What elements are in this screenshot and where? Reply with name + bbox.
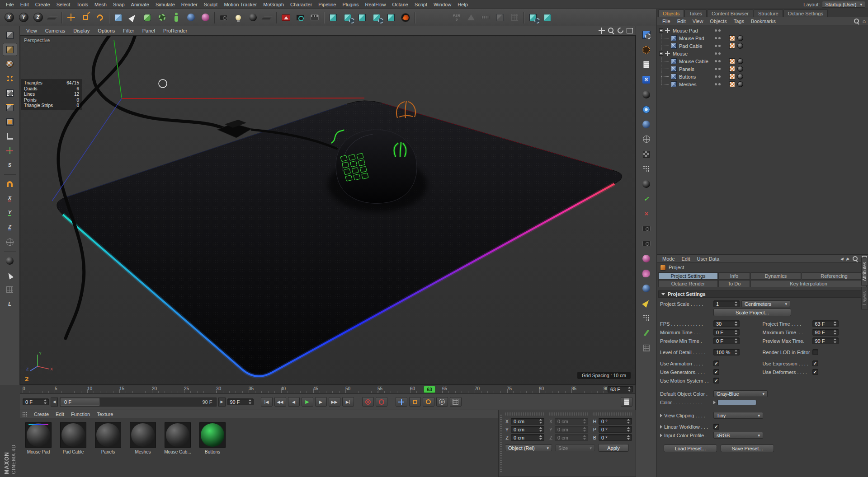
render-lod-checkbox[interactable] (812, 349, 818, 355)
spinner-icon[interactable] (734, 330, 738, 335)
apply-button[interactable]: Apply (598, 444, 629, 452)
om-menu-edit[interactable]: Edit (674, 18, 689, 24)
material-thumbnail[interactable] (25, 422, 52, 448)
scale-tool-button[interactable] (79, 11, 92, 24)
spinner-icon[interactable] (833, 321, 837, 326)
current-frame-marker[interactable]: 63 (424, 386, 435, 393)
tab-octane-render[interactable]: Octane Render (658, 280, 718, 287)
selection-pointer-button[interactable] (3, 269, 17, 282)
tree-row-mouse-pad-mesh[interactable]: Mouse Pad (657, 34, 868, 42)
object-name[interactable]: Buttons (679, 74, 696, 80)
menu-plugins[interactable]: Plugins (339, 1, 362, 8)
uvw-tag-icon[interactable] (729, 81, 735, 87)
tree-row-mouse-pad-null[interactable]: Mouse Pad (657, 27, 868, 34)
menu-motion-tracker[interactable]: Motion Tracker (221, 1, 260, 8)
spinner-icon[interactable] (734, 321, 738, 326)
grid-tool-button[interactable] (639, 341, 654, 354)
null-object-icon[interactable] (665, 51, 670, 56)
tab-project-settings[interactable]: Project Settings (658, 272, 718, 280)
axis-x-lock-button[interactable]: X (2, 11, 16, 24)
object-name[interactable]: Mouse (673, 51, 688, 56)
spinner-icon[interactable] (627, 427, 630, 432)
position-x-field[interactable]: 0 cm (511, 418, 544, 425)
project-time-input[interactable]: 63 F (812, 320, 839, 327)
octane-vdb-button[interactable] (384, 11, 398, 24)
spinner-icon[interactable] (248, 399, 252, 404)
find-icon[interactable] (853, 256, 858, 262)
script-document-button[interactable] (639, 58, 654, 71)
material-thumbnail[interactable] (60, 422, 86, 448)
viewport-menu-panel[interactable]: Panel (139, 28, 159, 34)
rotate-tool-button[interactable] (93, 11, 107, 24)
previous-frame-button[interactable]: ◀ (288, 397, 300, 407)
view-clipping-dropdown[interactable]: Tiny ▾ (713, 412, 763, 419)
visibility-dots[interactable] (715, 60, 721, 63)
home-icon[interactable]: ⌂ (863, 19, 866, 24)
yellow-pen-button[interactable] (639, 297, 654, 309)
polygon-object-icon[interactable] (671, 35, 677, 41)
material-item-panels[interactable]: Panels (93, 422, 123, 454)
input-profile-dropdown[interactable]: sRGB ▾ (713, 432, 763, 439)
dark-sphere-button[interactable] (639, 178, 654, 190)
nav-forward-icon[interactable]: ▶ (846, 257, 849, 261)
octane-texture-button[interactable] (541, 11, 554, 24)
octane-scatter-button[interactable] (370, 11, 383, 24)
lod-input[interactable]: 100 % (713, 349, 740, 355)
polygon-object-icon[interactable] (671, 66, 677, 72)
menu-window[interactable]: Window (430, 1, 454, 8)
lock-x-button[interactable]: X (3, 192, 17, 205)
pink-sphere-button[interactable] (639, 252, 654, 265)
tree-row-mouse-cable[interactable]: Mouse Cable (657, 57, 868, 65)
om-menu-file[interactable]: File (659, 18, 674, 24)
expander-icon[interactable] (713, 401, 716, 404)
size-z-field[interactable]: 0 cm (555, 434, 588, 441)
spinner-icon[interactable] (627, 419, 630, 424)
texture-tag-icon[interactable] (737, 43, 743, 49)
menu-pipeline[interactable]: Pipeline (315, 1, 339, 8)
material-item-mouse-cable[interactable]: Mouse Cab... (163, 422, 193, 454)
rotate-view-icon[interactable] (616, 26, 624, 34)
edges-mode-button[interactable] (3, 101, 17, 114)
use-expression-checkbox[interactable]: ✓ (812, 360, 818, 366)
tree-row-pad-cable[interactable]: Pad Cable (657, 42, 868, 50)
material-menu-texture[interactable]: Texture (94, 411, 116, 417)
rotation-b-field[interactable]: 0 ° (599, 434, 632, 441)
spinner-icon[interactable] (833, 330, 837, 335)
menu-simulate[interactable]: Simulate (152, 1, 178, 8)
size-x-field[interactable]: 0 cm (555, 418, 588, 425)
sky-button[interactable] (246, 11, 259, 24)
floor-button[interactable] (260, 11, 274, 24)
visibility-dots[interactable] (715, 37, 721, 40)
point-grid-button[interactable] (639, 312, 654, 324)
spline-pen-button[interactable] (126, 11, 140, 24)
linear-workflow-checkbox[interactable]: ✓ (713, 424, 719, 430)
menu-realflow[interactable]: RealFlow (362, 1, 389, 8)
camera-label[interactable]: Perspective (24, 37, 50, 43)
confirm-button[interactable]: ✓ (639, 192, 654, 205)
project-scale-input[interactable]: 1 (713, 300, 740, 307)
texture-axis-mode-button[interactable] (3, 72, 17, 85)
position-y-field[interactable]: 0 cm (511, 426, 544, 433)
slider-left-arrow[interactable]: ◀ (51, 398, 58, 407)
tree-row-meshes[interactable]: Meshes (657, 80, 868, 88)
substance-button[interactable]: S (639, 73, 654, 86)
goto-end-button[interactable]: ▶| (342, 397, 354, 407)
record-pla-toggle[interactable] (450, 397, 462, 407)
polygons-mode-button[interactable] (3, 115, 17, 128)
panel-grip-icon[interactable] (22, 412, 28, 417)
guide-tool-button[interactable] (464, 11, 478, 24)
psr-snap-button[interactable]: PSR 0 (450, 11, 463, 24)
menu-mograph[interactable]: MoGraph (260, 1, 287, 8)
timeline-document-button[interactable] (621, 397, 632, 407)
fps-input[interactable]: 30 (713, 320, 740, 327)
record-parameter-toggle[interactable]: P (436, 397, 448, 407)
timeline-ruler[interactable]: 0 5 10 15 20 25 30 35 40 45 50 55 60 65 … (20, 385, 636, 394)
position-z-field[interactable]: 0 cm (511, 434, 544, 441)
hdri-environment-button[interactable] (639, 103, 654, 116)
enable-snap-button[interactable] (3, 178, 17, 191)
project-scale-unit-dropdown[interactable]: Centimeters ▾ (741, 300, 790, 307)
material-sphere-button[interactable] (639, 88, 654, 101)
object-name[interactable]: Meshes (679, 82, 697, 87)
uvw-tag-icon[interactable] (729, 66, 735, 72)
use-motion-checkbox[interactable]: ✓ (713, 378, 719, 383)
